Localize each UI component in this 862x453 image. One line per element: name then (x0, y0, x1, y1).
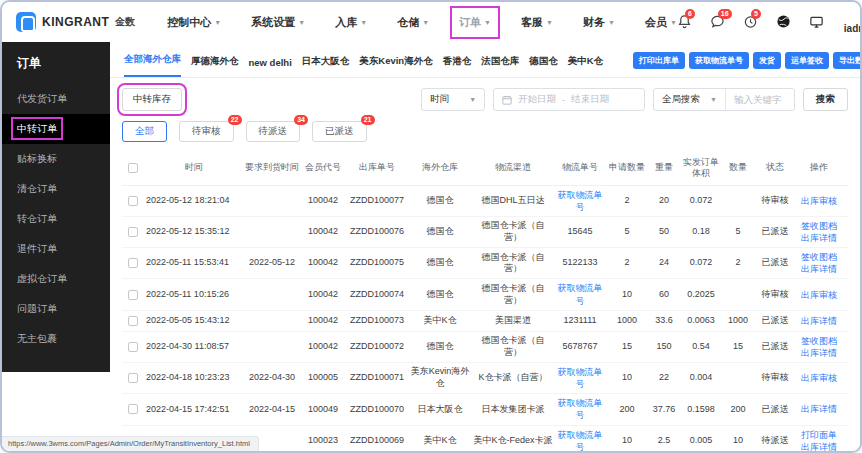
chip-pending-review[interactable]: 待审核22 (179, 121, 234, 142)
row-action-link[interactable]: 出库审核 (797, 372, 841, 384)
print-outbound-order-button[interactable]: 打印出库单 (633, 52, 685, 69)
get-tracking-number-link[interactable]: 获取物流单号 (555, 189, 605, 213)
keyword-input[interactable] (726, 90, 794, 109)
tab-all-overseas-warehouses[interactable]: 全部海外仓库 (124, 53, 181, 77)
monitor-icon[interactable] (809, 14, 825, 30)
cell-tracking-no: 1231111 (554, 312, 606, 330)
tab-osaka-warehouse[interactable]: 日本大阪仓 (302, 55, 350, 77)
menu-item-orders[interactable]: 订单▼ (459, 15, 491, 30)
sidebar-item-problem-orders[interactable]: 问题订单 (2, 294, 110, 324)
sidebar-item-transit-orders[interactable]: 中转订单 (2, 114, 110, 144)
cell-qty (722, 292, 754, 298)
cell-time: 2022-05-05 15:43:12 (144, 312, 244, 330)
bell-icon[interactable]: 6 (677, 14, 693, 30)
chevron-down-icon: ▼ (469, 96, 476, 103)
menu-item-members[interactable]: 会员▼ (645, 15, 677, 30)
tab-houde-warehouse[interactable]: 厚德海外仓 (191, 55, 239, 77)
cell-shipped-volume: 0.1598 (680, 401, 722, 419)
chip-pending-dispatch[interactable]: 待派送34 (246, 121, 301, 142)
row-action-link[interactable]: 出库详情 (797, 347, 841, 359)
sidebar-item-virtual-warehouse-orders[interactable]: 虚拟仓订单 (2, 264, 110, 294)
row-checkbox[interactable] (128, 404, 138, 414)
menu-item-control-center[interactable]: 控制中心▼ (167, 15, 221, 30)
tab-new-delhi[interactable]: new delhi (249, 57, 292, 77)
table-row: 2022-05-12 18:21:04100042ZZDD100077德国仓德国… (122, 186, 848, 217)
cell-member-code: 100049 (300, 401, 346, 419)
cell-actions: 出库审核 (796, 369, 842, 387)
ship-button[interactable]: 发货 (753, 52, 781, 69)
menu-item-customer-service[interactable]: 客服▼ (521, 15, 553, 30)
select-all-checkbox[interactable] (128, 163, 138, 173)
row-action-link[interactable]: 签收图档 (797, 335, 841, 347)
chevron-down-icon: ▼ (298, 19, 305, 26)
row-action-link[interactable]: 签收图档 (797, 251, 841, 263)
row-checkbox[interactable] (128, 258, 138, 268)
header-checkbox-cell (122, 157, 144, 179)
tab-usk-warehouse[interactable]: 美中K仓 (568, 55, 603, 77)
row-checkbox[interactable] (128, 196, 138, 206)
sidebar-item-return-orders[interactable]: 退件订单 (2, 234, 110, 264)
row-action-link[interactable]: 出库审核 (797, 289, 841, 301)
row-action-link[interactable]: 出库详情 (797, 263, 841, 275)
cell-outbound-no: ZZDD100072 (346, 338, 408, 356)
menu-item-finance[interactable]: 财务▼ (583, 15, 615, 30)
row-checkbox[interactable] (128, 316, 138, 326)
row-checkbox[interactable] (128, 290, 138, 300)
get-tracking-number-link[interactable]: 获取物流单号 (555, 282, 605, 306)
menu-item-storage[interactable]: 仓储▼ (397, 15, 429, 30)
cell-shipped-volume: 0.18 (680, 223, 722, 241)
row-action-link[interactable]: 出库详情 (797, 403, 841, 415)
globe-icon[interactable] (776, 14, 792, 30)
row-action-link[interactable]: 出库详情 (797, 315, 841, 327)
sidebar-item-transfer-orders[interactable]: 转仓订单 (2, 204, 110, 234)
date-range-picker[interactable]: 开始日期 - 结束日期 (493, 88, 645, 111)
time-filter-select[interactable]: 时间 ▼ (421, 88, 485, 111)
cell-warehouse: 德国仓 (408, 192, 472, 210)
cell-shipped-volume: 0.072 (680, 192, 722, 210)
get-tracking-number-link[interactable]: 获取物流单号 (555, 366, 605, 390)
cell-requested-qty: 5 (606, 223, 648, 241)
transit-inventory-button[interactable]: 中转库存 (122, 88, 182, 111)
username[interactable]: iadmin (844, 23, 862, 34)
row-action-link[interactable]: 签收图档 (797, 220, 841, 232)
cell-weight: 60 (648, 286, 680, 304)
chat-icon[interactable]: 16 (710, 14, 726, 30)
global-search-combo: 全局搜索 ▼ (653, 88, 795, 111)
cell-required-arrival-time (244, 229, 300, 235)
cell-shipped-volume: 0.072 (680, 254, 722, 272)
row-action-link[interactable]: 打印面单 (797, 429, 841, 441)
row-checkbox[interactable] (128, 373, 138, 383)
search-button[interactable]: 搜索 (803, 88, 848, 111)
get-tracking-number-button[interactable]: 获取物流单号 (689, 52, 749, 69)
export-data-button[interactable]: 导出数据 (833, 52, 860, 69)
chip-all[interactable]: 全部 (122, 121, 167, 142)
cell-time: 2022-04-15 17:42:51 (144, 401, 244, 419)
waybill-signed-button[interactable]: 运单签收 (785, 52, 829, 69)
sidebar-item-clearance-orders[interactable]: 清仓订单 (2, 174, 110, 204)
row-action-link[interactable]: 出库详情 (797, 441, 841, 451)
cell-qty: 15 (722, 338, 754, 356)
get-tracking-number-link[interactable]: 获取物流单号 (555, 429, 605, 451)
header-warehouse: 海外仓库 (408, 156, 472, 179)
header-tracking-no: 物流单号 (554, 156, 606, 179)
tab-kevin-warehouse[interactable]: 美东Kevin海外仓 (359, 55, 432, 77)
cell-tracking-no: 5678767 (554, 338, 606, 356)
menu-item-system-settings[interactable]: 系统设置▼ (251, 15, 305, 30)
header-weight: 重量 (648, 156, 680, 179)
row-checkbox[interactable] (128, 342, 138, 352)
row-action-link[interactable]: 出库审核 (797, 195, 841, 207)
tab-germany-warehouse[interactable]: 德国仓 (529, 55, 558, 77)
menu-item-inbound[interactable]: 入库▼ (335, 15, 367, 30)
get-tracking-number-link[interactable]: 获取物流单号 (555, 397, 605, 421)
row-action-link[interactable]: 出库详情 (797, 232, 841, 244)
action-buttons: 打印出库单 获取物流单号 发货 运单签收 导出数据 配送导出 (613, 52, 860, 77)
tab-france-warehouse[interactable]: 法国仓库 (481, 55, 519, 77)
search-scope-select[interactable]: 全局搜索 ▼ (654, 89, 726, 110)
sidebar-item-dropship-orders[interactable]: 代发货订单 (2, 84, 110, 114)
row-checkbox[interactable] (128, 227, 138, 237)
clock-icon[interactable]: 5 (743, 14, 759, 30)
sidebar-item-relabel[interactable]: 贴标换标 (2, 144, 110, 174)
sidebar-item-unclaimed-packages[interactable]: 无主包裹 (2, 324, 110, 354)
chip-dispatched[interactable]: 已派送21 (312, 121, 367, 142)
tab-hongkong-warehouse[interactable]: 香港仓 (443, 55, 472, 77)
